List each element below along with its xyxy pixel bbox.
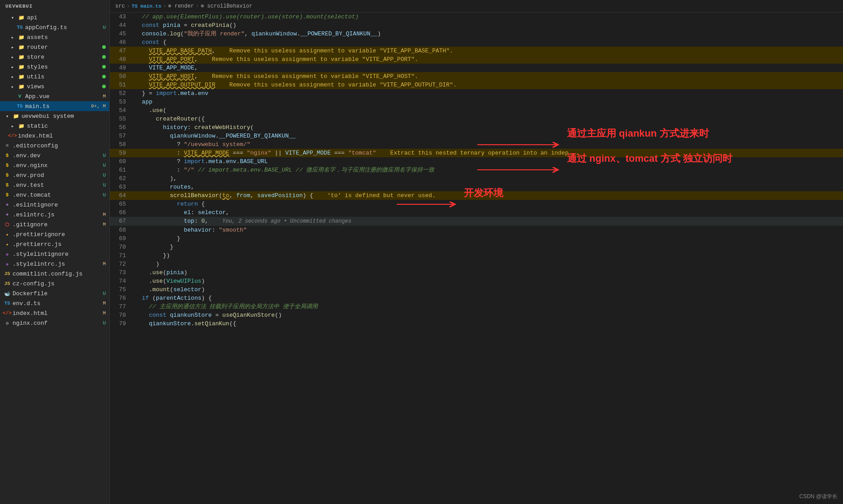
sidebar-item-stylelintrc[interactable]: ◈ .stylelintrc.js M xyxy=(0,259,109,269)
folder-icon: 📁 xyxy=(18,34,25,41)
sidebar-item-label: env.d.ts xyxy=(13,300,101,307)
chevron-down-icon: ▾ xyxy=(4,112,11,120)
folder-icon: 📁 xyxy=(18,73,25,80)
sidebar-item-index-html2[interactable]: </> index.html xyxy=(0,131,109,141)
sidebar-item-label: api xyxy=(27,14,106,21)
sidebar: UEVWEBUI ▾ 📁 api TS appConfig.ts U ▸ 📁 a… xyxy=(0,0,110,504)
breadcrumb: src › TS main.ts › ⊕ render › ⊕ scrollBe… xyxy=(110,0,843,13)
sidebar-item-eslintignore[interactable]: ● .eslintignore xyxy=(0,200,109,210)
vue-icon: V xyxy=(16,93,23,100)
folder-icon: 📁 xyxy=(13,112,20,120)
sidebar-item-prettierignore[interactable]: ✦ .prettierignore xyxy=(0,229,109,239)
git-icon: ⬡ xyxy=(4,221,11,228)
sidebar-item-label: assets xyxy=(27,34,106,41)
code-line-59: 59 : VITE_APP_MODE === "nginx" || VITE_A… xyxy=(110,149,843,157)
sidebar-item-label: Dockerfile xyxy=(13,290,101,297)
sidebar-item-label: index.html xyxy=(18,133,106,139)
breadcrumb-maints: TS main.ts xyxy=(132,4,161,9)
sidebar-item-router[interactable]: ▸ 📁 router xyxy=(0,42,109,52)
sidebar-item-stylelintignore[interactable]: ◈ .stylelintignore xyxy=(0,249,109,259)
sidebar-item-label: commitlint.config.js xyxy=(13,271,106,277)
badge-uncommitted: U xyxy=(103,320,106,326)
code-line-51: 51 VITE_APP_OUTPUT_DIR Remove this usele… xyxy=(110,81,843,89)
sidebar-item-commitlint[interactable]: JS commitlint.config.js xyxy=(0,269,109,279)
sidebar-item-appconfig[interactable]: TS appConfig.ts U xyxy=(0,22,109,32)
code-line-49: 49 VITE_APP_MODE, xyxy=(110,64,843,72)
sidebar-item-env-dev[interactable]: $ .env.dev U xyxy=(0,151,109,160)
code-line-72: 72 ) xyxy=(110,260,843,268)
sidebar-item-appvue[interactable]: V App.vue M xyxy=(0,91,109,101)
badge-uncommitted: U xyxy=(103,153,106,158)
code-line-70: 70 } xyxy=(110,243,843,251)
code-line-50: 50 VITE_APP_HOST, Remove this useless as… xyxy=(110,72,843,81)
sidebar-item-label: .prettierrc.js xyxy=(13,241,106,248)
cfg-icon: ⚙ xyxy=(4,319,11,327)
badge-modified: M xyxy=(103,301,106,306)
code-line-65: 65 return { xyxy=(110,200,843,208)
cfg-icon: ≡ xyxy=(4,142,11,149)
code-line-64: 64 scrollBehavior(to, from, savedPositio… xyxy=(110,191,843,200)
folder-icon: 📁 xyxy=(18,63,25,70)
sidebar-item-label: .prettierignore xyxy=(13,231,106,238)
sidebar-item-env-nginx[interactable]: $ .env.nginx U xyxy=(0,160,109,170)
sidebar-item-label: appConfig.ts xyxy=(25,24,101,31)
sidebar-item-eslintrc[interactable]: ● .eslintrc.js M xyxy=(0,210,109,220)
sidebar-item-views[interactable]: ▸ 📁 views xyxy=(0,82,109,91)
sidebar-item-utils[interactable]: ▸ 📁 utils xyxy=(0,72,109,82)
ts-icon: TS xyxy=(16,24,23,31)
code-editor[interactable]: 43 // app.use(ElementPlus).use(router).u… xyxy=(110,13,843,504)
sidebar-item-uevwebui[interactable]: ▾ 📁 uevwebui system xyxy=(0,111,109,121)
sidebar-item-store[interactable]: ▸ 📁 store xyxy=(0,52,109,62)
eslint-icon: ● xyxy=(4,211,11,218)
sidebar-item-nginx-conf[interactable]: ⚙ nginx.conf U xyxy=(0,318,109,328)
sidebar-item-label: .editorconfig xyxy=(13,142,106,149)
badge-uncommitted: U xyxy=(103,192,106,198)
dot-indicator xyxy=(102,75,106,78)
sidebar-item-prettierrc[interactable]: ✦ .prettierrc.js xyxy=(0,239,109,249)
code-line-57: 57 qiankunWindow.__POWERED_BY_QIANKUN__ xyxy=(110,132,843,140)
sidebar-item-index-html[interactable]: </> index.html M xyxy=(0,308,109,318)
sidebar-item-label: .eslintignore xyxy=(13,202,106,208)
code-line-66: 66 el: selector, xyxy=(110,208,843,217)
sidebar-item-gitignore[interactable]: ⬡ .gitignore M xyxy=(0,220,109,229)
code-line-75: 75 .mount(selector) xyxy=(110,285,843,294)
code-line-74: 74 .use(ViewUIPlus) xyxy=(110,277,843,285)
chevron-down-icon: ▾ xyxy=(9,14,16,21)
env-icon: $ xyxy=(4,162,11,169)
code-line-47: 47 VITE_APP_BASE_PATH, Remove this usele… xyxy=(110,47,843,55)
sidebar-item-dockerfile[interactable]: 🐋 Dockerfile U xyxy=(0,289,109,298)
folder-icon: 📁 xyxy=(18,43,25,51)
sidebar-item-label: .env.dev xyxy=(13,152,101,159)
sidebar-item-label: static xyxy=(27,123,106,129)
sidebar-item-maints[interactable]: TS main.ts 9+, M xyxy=(0,101,109,111)
code-line-43: 43 // app.use(ElementPlus).use(router).u… xyxy=(110,13,843,21)
sidebar-item-envd[interactable]: TS env.d.ts M xyxy=(0,298,109,308)
env-icon: $ xyxy=(4,191,11,198)
folder-icon: 📁 xyxy=(18,53,25,60)
chevron-right-icon: ▸ xyxy=(9,53,16,60)
badge-modified: M xyxy=(103,261,106,267)
sidebar-item-assets[interactable]: ▸ 📁 assets xyxy=(0,32,109,42)
badge-changes: 9+, M xyxy=(91,103,106,109)
sidebar-item-static[interactable]: ▸ 📁 static xyxy=(0,121,109,131)
sidebar-item-label: views xyxy=(27,83,100,90)
code-line-68: 68 behavior: "smooth" xyxy=(110,226,843,234)
code-line-44: 44 const pinia = createPinia() xyxy=(110,21,843,30)
sidebar-item-label: utils xyxy=(27,73,100,80)
code-line-52: 52 } = import.meta.env xyxy=(110,89,843,98)
prettier-icon: ✦ xyxy=(4,241,11,248)
sidebar-item-env-prod[interactable]: $ .env.prod U xyxy=(0,170,109,180)
prettier-icon: ✦ xyxy=(4,231,11,238)
folder-icon: 📁 xyxy=(18,122,25,129)
sidebar-item-env-tomcat[interactable]: $ .env.tomcat U xyxy=(0,190,109,200)
sidebar-item-env-test[interactable]: $ .env.test U xyxy=(0,180,109,190)
sidebar-item-editorconfig[interactable]: ≡ .editorconfig xyxy=(0,141,109,151)
sidebar-item-styles[interactable]: ▸ 📁 styles xyxy=(0,62,109,72)
dot-indicator xyxy=(102,85,106,88)
style-icon: ◈ xyxy=(4,260,11,267)
code-line-71: 71 }) xyxy=(110,251,843,260)
sidebar-item-api[interactable]: ▾ 📁 api xyxy=(0,13,109,22)
code-line-61: 61 : "/" // import.meta.env.BASE_URL // … xyxy=(110,166,843,174)
sidebar-item-czconfig[interactable]: JS cz-config.js xyxy=(0,279,109,289)
ts-icon: TS xyxy=(4,300,11,307)
